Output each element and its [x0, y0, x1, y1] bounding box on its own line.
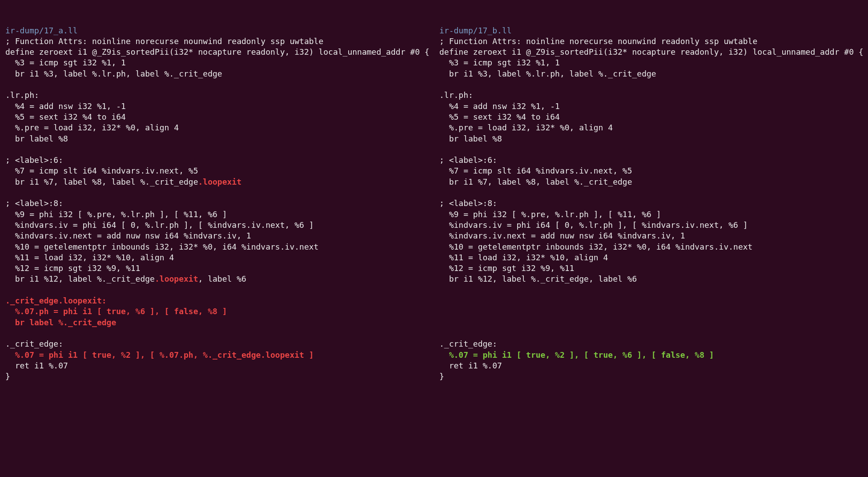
code-line: ; <label>:8:: [439, 198, 863, 209]
code-line: %indvars.iv = phi i64 [ 0, %.lr.ph ], [ …: [439, 220, 863, 230]
code-line: ; Function Attrs: noinline norecurse nou…: [439, 36, 863, 47]
code-line: %12 = icmp sgt i32 %9, %11: [5, 263, 429, 274]
code-line: define zeroext i1 @_Z9is_sortedPii(i32* …: [5, 47, 429, 57]
code-line: [5, 187, 429, 198]
code-line: br i1 %7, label %8, label %._crit_edge.l…: [5, 177, 429, 187]
left-diff-pane: ir-dump/17_a.ll; Function Attrs: noinlin…: [0, 0, 434, 477]
code-line: %9 = phi i32 [ %.pre, %.lr.ph ], [ %11, …: [439, 209, 863, 220]
code-line: %3 = icmp sgt i32 %1, 1: [5, 57, 429, 68]
code-segment: br i1 %12, label %._crit_edge: [5, 274, 155, 283]
code-segment: , label %6: [198, 274, 246, 283]
code-line: [5, 144, 429, 155]
code-line: %.07 = phi i1 [ true, %2 ], [ true, %6 ]…: [439, 350, 863, 360]
right-filename: ir-dump/17_b.ll: [439, 25, 863, 36]
code-line: %5 = sext i32 %4 to i64: [5, 112, 429, 122]
code-line: %indvars.iv.next = add nuw nsw i64 %indv…: [439, 230, 863, 241]
code-line: %11 = load i32, i32* %10, align 4: [5, 252, 429, 263]
code-line: %5 = sext i32 %4 to i64: [439, 112, 863, 122]
code-segment: .loopexit: [155, 274, 198, 283]
code-line: br i1 %3, label %.lr.ph, label %._crit_e…: [439, 69, 863, 79]
code-line: br label %._crit_edge: [5, 317, 429, 328]
code-line: %3 = icmp sgt i32 %1, 1: [439, 57, 863, 68]
code-line: br label %8: [439, 133, 863, 144]
code-line: %7 = icmp slt i64 %indvars.iv.next, %5: [439, 166, 863, 176]
code-line: %.pre = load i32, i32* %0, align 4: [5, 122, 429, 133]
code-line: %4 = add nsw i32 %1, -1: [5, 101, 429, 112]
code-line: .lr.ph:: [5, 90, 429, 101]
code-line: br i1 %12, label %._crit_edge.loopexit, …: [5, 274, 429, 284]
code-line: %7 = icmp slt i64 %indvars.iv.next, %5: [5, 166, 429, 176]
code-line: ._crit_edge.loopexit:: [5, 295, 429, 306]
code-line: br i1 %12, label %._crit_edge, label %6: [439, 274, 863, 284]
code-line: [439, 285, 863, 295]
code-line: [5, 328, 429, 339]
code-line: [439, 187, 863, 198]
code-line: %10 = getelementptr inbounds i32, i32* %…: [439, 242, 863, 252]
code-line: ._crit_edge:: [5, 339, 429, 349]
code-line: %9 = phi i32 [ %.pre, %.lr.ph ], [ %11, …: [5, 209, 429, 220]
code-line: %indvars.iv.next = add nuw nsw i64 %indv…: [5, 230, 429, 241]
code-line: %.07 = phi i1 [ true, %2 ], [ %.07.ph, %…: [5, 350, 429, 360]
left-filename: ir-dump/17_a.ll: [5, 25, 429, 36]
code-line: .lr.ph:: [439, 90, 863, 101]
code-line: [5, 79, 429, 90]
code-line: ret i1 %.07: [439, 360, 863, 371]
code-line: }: [5, 371, 429, 382]
code-segment: .loopexit: [198, 177, 241, 186]
code-line: [439, 295, 863, 306]
code-line: br i1 %3, label %.lr.ph, label %._crit_e…: [5, 69, 429, 79]
left-code-block: ; Function Attrs: noinline norecurse nou…: [5, 36, 429, 382]
code-line: ._crit_edge:: [439, 339, 863, 349]
right-code-block: ; Function Attrs: noinline norecurse nou…: [439, 36, 863, 382]
code-line: [439, 144, 863, 155]
code-line: %11 = load i32, i32* %10, align 4: [439, 252, 863, 263]
code-line: [439, 79, 863, 90]
code-line: [439, 317, 863, 328]
code-line: ; <label>:8:: [5, 198, 429, 209]
code-line: br label %8: [5, 133, 429, 144]
code-line: %.pre = load i32, i32* %0, align 4: [439, 122, 863, 133]
code-line: [439, 306, 863, 317]
code-line: define zeroext i1 @_Z9is_sortedPii(i32* …: [439, 47, 863, 57]
code-line: ; <label>:6:: [439, 155, 863, 166]
code-line: %4 = add nsw i32 %1, -1: [439, 101, 863, 112]
code-line: [5, 285, 429, 295]
code-line: %12 = icmp sgt i32 %9, %11: [439, 263, 863, 274]
code-line: %10 = getelementptr inbounds i32, i32* %…: [5, 242, 429, 252]
code-line: }: [439, 371, 863, 382]
right-diff-pane: ir-dump/17_b.ll; Function Attrs: noinlin…: [434, 0, 868, 477]
code-line: %indvars.iv = phi i64 [ 0, %.lr.ph ], [ …: [5, 220, 429, 230]
code-line: ; <label>:6:: [5, 155, 429, 166]
code-segment: br i1 %7, label %8, label %._crit_edge: [5, 177, 198, 186]
code-line: [439, 328, 863, 339]
code-line: ; Function Attrs: noinline norecurse nou…: [5, 36, 429, 47]
code-line: br i1 %7, label %8, label %._crit_edge: [439, 177, 863, 187]
code-line: ret i1 %.07: [5, 360, 429, 371]
code-line: %.07.ph = phi i1 [ true, %6 ], [ false, …: [5, 306, 429, 317]
